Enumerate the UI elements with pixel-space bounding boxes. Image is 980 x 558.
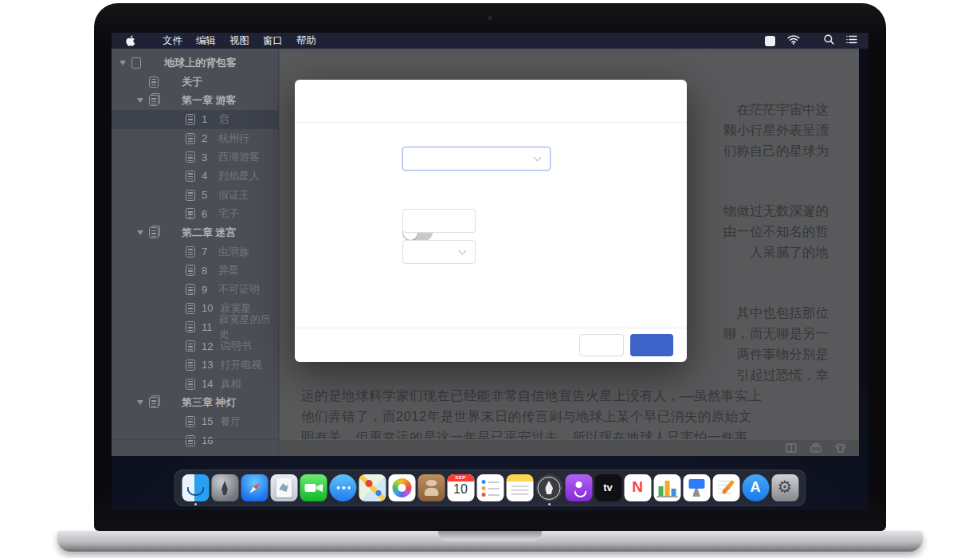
finder-icon[interactable] bbox=[182, 474, 209, 501]
sidebar-item[interactable]: 地球上的背包客 bbox=[112, 53, 278, 73]
confirm-button[interactable] bbox=[630, 334, 673, 356]
sidebar-item[interactable]: 关于 bbox=[112, 73, 278, 92]
document-icon bbox=[186, 190, 195, 201]
disclosure-caret-icon[interactable] bbox=[137, 230, 143, 235]
dock-item[interactable] bbox=[417, 474, 445, 501]
sidebar-item-number: 2 bbox=[202, 132, 211, 144]
pages-icon[interactable] bbox=[712, 474, 739, 501]
cancel-button[interactable] bbox=[579, 334, 624, 356]
menu-items: 文件编辑视图窗口帮助 bbox=[149, 34, 316, 48]
calendar-icon[interactable]: SEP 10 bbox=[447, 474, 474, 501]
dock-item[interactable] bbox=[506, 474, 533, 501]
dock-icon-text: A bbox=[742, 479, 769, 496]
appstore-icon[interactable]: A bbox=[742, 474, 769, 501]
dock-item[interactable] bbox=[388, 474, 415, 501]
safari-icon[interactable] bbox=[241, 474, 268, 501]
document-icon bbox=[186, 360, 195, 371]
dock-item[interactable]: A bbox=[742, 474, 769, 501]
sidebar-item-doc-14[interactable]: 14 真相 bbox=[112, 375, 278, 394]
dock-item[interactable]: ⚙ bbox=[771, 474, 798, 501]
menu-item[interactable]: 文件 bbox=[163, 34, 182, 48]
podcasts-icon[interactable] bbox=[565, 474, 592, 501]
sidebar-item-number: 15 bbox=[202, 415, 213, 427]
sidebar-item-doc-15[interactable]: 15 餐厅 bbox=[112, 412, 278, 431]
spotlight-search-icon[interactable] bbox=[824, 34, 834, 47]
sidebar-item-label: 虫洞族 bbox=[218, 245, 249, 259]
disclosure-caret-icon[interactable] bbox=[137, 400, 143, 405]
document-icon bbox=[149, 227, 159, 238]
wonderpen-icon[interactable] bbox=[535, 474, 563, 501]
dock-item[interactable] bbox=[653, 474, 680, 501]
menu-item[interactable]: 帮助 bbox=[296, 34, 316, 48]
menu-item[interactable]: 编辑 bbox=[196, 34, 216, 48]
sidebar-item-doc-5[interactable]: 5 假证王 bbox=[112, 186, 278, 205]
settings-icon[interactable]: ⚙ bbox=[771, 474, 798, 501]
launchpad-icon[interactable] bbox=[211, 474, 238, 501]
disclosure-caret-icon[interactable] bbox=[120, 61, 126, 65]
dock-item[interactable] bbox=[565, 474, 592, 501]
sidebar-item-doc-2[interactable]: 2 杭州行 bbox=[112, 129, 278, 148]
menu-item[interactable]: 视图 bbox=[229, 34, 249, 48]
dock-item[interactable] bbox=[712, 474, 739, 501]
dock-item[interactable] bbox=[270, 474, 297, 501]
dock-item[interactable] bbox=[359, 474, 386, 501]
mail-icon[interactable] bbox=[270, 474, 297, 501]
notification-center-icon[interactable] bbox=[846, 35, 857, 46]
apple-menu-icon[interactable] bbox=[126, 35, 136, 46]
keynote-icon[interactable] bbox=[683, 474, 710, 501]
proxy-status-icon[interactable] bbox=[765, 36, 775, 46]
sidebar-item-label: 异星 bbox=[218, 263, 239, 277]
dock-item[interactable] bbox=[329, 474, 356, 501]
numbers-icon[interactable] bbox=[653, 474, 680, 501]
reminders-icon[interactable] bbox=[476, 474, 504, 501]
sidebar-item-label: 假证王 bbox=[218, 188, 249, 202]
menu-item[interactable]: 窗口 bbox=[263, 34, 283, 48]
contacts-icon[interactable] bbox=[417, 474, 445, 501]
typewriter-mode-icon[interactable] bbox=[810, 443, 821, 453]
dialog-footer bbox=[295, 328, 687, 362]
document-icon bbox=[131, 57, 141, 69]
dock-icon-text: ⚙ bbox=[771, 477, 798, 497]
sidebar-item-doc-3[interactable]: 3 西湖游客 bbox=[112, 147, 278, 167]
sidebar-item-doc-1[interactable]: 1 启 bbox=[112, 110, 278, 129]
maps-icon[interactable] bbox=[359, 474, 386, 501]
photos-icon[interactable] bbox=[388, 474, 415, 501]
dock-item[interactable]: N bbox=[624, 474, 651, 501]
dock-item[interactable] bbox=[241, 474, 268, 501]
tv-icon[interactable]: tv bbox=[594, 474, 621, 501]
notes-icon[interactable] bbox=[506, 474, 533, 501]
sidebar-item-doc-8[interactable]: 8 异星 bbox=[112, 261, 278, 281]
sidebar-item[interactable]: 第二章 迷宫 bbox=[112, 223, 278, 242]
sidebar-item-doc-7[interactable]: 7 虫洞族 bbox=[112, 242, 278, 261]
sidebar-item-label: 寂寞星的历史 bbox=[219, 312, 278, 341]
split-view-icon[interactable] bbox=[786, 443, 797, 453]
sidebar-item-doc-6[interactable]: 6 宅子 bbox=[112, 205, 278, 224]
sidebar-item-doc-9[interactable]: 9 不可证明 bbox=[112, 280, 278, 299]
sidebar-item[interactable]: 第三章 神灯 bbox=[112, 393, 278, 412]
dock: SEP 10 bbox=[174, 470, 806, 506]
wifi-icon[interactable] bbox=[787, 35, 800, 47]
dock-item[interactable] bbox=[683, 474, 710, 501]
sidebar-item-doc-13[interactable]: 13 打开电视 bbox=[112, 356, 278, 375]
news-icon[interactable]: N bbox=[624, 474, 651, 501]
theme-tshirt-icon[interactable] bbox=[835, 443, 846, 453]
messages-icon[interactable] bbox=[329, 474, 356, 501]
document-icon bbox=[186, 379, 195, 390]
dock-item[interactable] bbox=[300, 474, 327, 501]
sidebar-item-number: 4 bbox=[202, 170, 211, 182]
sidebar-item-doc-11[interactable]: 11 寂寞星的历史 bbox=[112, 318, 278, 337]
width-input[interactable] bbox=[402, 209, 476, 233]
dock-item[interactable] bbox=[535, 474, 563, 501]
chevron-down-icon bbox=[459, 247, 467, 255]
dock-item[interactable]: tv bbox=[594, 474, 621, 501]
scale-select[interactable] bbox=[402, 240, 476, 264]
dock-item[interactable] bbox=[476, 474, 504, 501]
export-format-select[interactable] bbox=[402, 147, 551, 171]
sidebar-item-doc-4[interactable]: 4 烈焰星人 bbox=[112, 167, 278, 186]
dock-item[interactable] bbox=[182, 474, 209, 501]
sidebar-item[interactable]: 第一章 游客 bbox=[112, 91, 278, 110]
dock-item[interactable] bbox=[211, 474, 238, 501]
disclosure-caret-icon[interactable] bbox=[137, 98, 143, 103]
facetime-icon[interactable] bbox=[300, 474, 327, 501]
dock-item[interactable]: SEP 10 bbox=[447, 474, 474, 501]
